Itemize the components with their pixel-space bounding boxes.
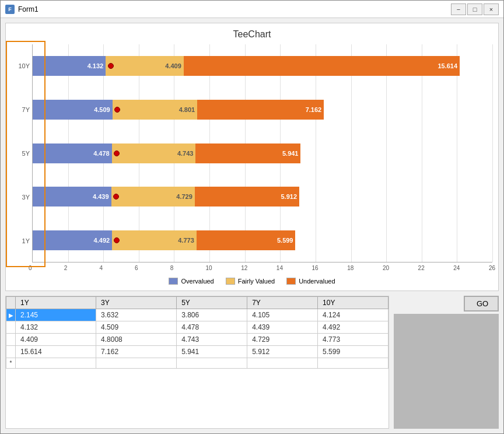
cell-1-0: 4.132	[16, 321, 96, 334]
table-row[interactable]: 4.4094.80084.7434.7294.773	[6, 334, 388, 346]
cell-2-0: 4.409	[16, 334, 96, 346]
header-10y: 10Y	[318, 297, 388, 309]
cell-0-3: 4.105	[247, 309, 318, 321]
bar-undervalued-5y: 5.941	[195, 144, 300, 163]
cell-4-4	[318, 358, 388, 369]
bar-undervalued-7y: 5.912	[195, 187, 299, 206]
cell-0-4: 4.124	[318, 309, 388, 321]
cell-2-1: 4.8008	[96, 334, 177, 346]
header-1y: 1Y	[16, 297, 96, 309]
table-row[interactable]: ▶2.1453.6323.8064.1054.124	[6, 309, 388, 321]
legend-fairly-valued-label: Fairly Valued	[238, 278, 275, 285]
cell-2-2: 4.743	[177, 334, 247, 346]
cell-1-4: 4.492	[318, 321, 388, 334]
chart-body: 1Y 3Y 5Y 7Y 10Y 4.4924.7735.5994.4394.72…	[12, 44, 492, 274]
legend-undervalued: Undervalued	[286, 278, 335, 285]
row-arrow	[6, 346, 16, 358]
legend-undervalued-label: Undervalued	[299, 278, 335, 285]
bar-undervalued-10y: 5.599	[197, 230, 296, 250]
table-header-row: 1Y 3Y 5Y 7Y 10Y	[6, 297, 388, 309]
cell-4-0	[16, 358, 96, 369]
close-button[interactable]: ×	[484, 4, 499, 15]
go-button[interactable]: GO	[464, 296, 499, 312]
legend-fairly-valued-box	[226, 278, 235, 285]
cell-4-2	[177, 358, 247, 369]
bar-row-3y: 4.5094.8017.162	[33, 97, 492, 123]
y-label-3y: 3Y	[12, 191, 30, 203]
x-tick-0: 0	[29, 265, 32, 271]
bar-row-1y: 4.1324.40915.614	[33, 53, 492, 79]
legend-overvalued: Overvalued	[169, 278, 214, 285]
chart-inner: 1Y 3Y 5Y 7Y 10Y 4.4924.7735.5994.4394.72…	[12, 44, 492, 262]
bar-overvalued-1y: 4.132	[33, 56, 106, 76]
bar-row-10y: 4.4924.7735.599	[33, 228, 492, 253]
data-table: 1Y 3Y 5Y 7Y 10Y ▶2.1453.6323.8064.1054.1…	[6, 296, 388, 369]
cell-1-2: 4.478	[177, 321, 247, 334]
bar-fairly-7y: 4.729	[111, 187, 195, 206]
main-window: F Form1 − □ × TeeChart 1Y 3Y 5Y 7Y 10Y	[0, 0, 504, 434]
legend-overvalued-label: Overvalued	[181, 278, 214, 285]
dot-marker-5y	[114, 150, 120, 156]
header-5y: 5Y	[177, 297, 247, 309]
cell-4-1	[96, 358, 177, 369]
minimize-button[interactable]: −	[451, 4, 466, 15]
x-tick-14: 14	[276, 265, 283, 271]
chart-title: TeeChart	[12, 29, 492, 40]
bar-row-7y: 4.4394.7295.912	[33, 184, 492, 209]
main-content: TeeChart 1Y 3Y 5Y 7Y 10Y 4.4924	[1, 18, 503, 433]
y-label-5y: 5Y	[12, 148, 30, 159]
bar-fairly-3y: 4.801	[113, 100, 198, 120]
chart-legend: Overvalued Fairly Valued Undervalued	[12, 278, 492, 285]
bars-container: 4.4924.7735.5994.4394.7295.9124.4784.743…	[32, 44, 492, 262]
table-body: ▶2.1453.6323.8064.1054.1244.1324.5094.47…	[6, 309, 388, 369]
app-icon: F	[5, 5, 15, 14]
x-tick-10: 10	[205, 265, 212, 271]
cell-3-1: 7.162	[96, 346, 177, 358]
maximize-button[interactable]: □	[467, 4, 482, 15]
x-tick-2: 2	[64, 265, 68, 271]
x-tick-22: 22	[418, 265, 425, 271]
x-tick-24: 24	[453, 265, 460, 271]
x-tick-8: 8	[170, 265, 174, 271]
cell-3-3: 5.912	[247, 346, 318, 358]
dot-marker-10y	[114, 237, 120, 243]
y-label-7y: 7Y	[12, 104, 30, 116]
window-title: Form1	[18, 5, 447, 13]
cell-0-2: 3.806	[177, 309, 247, 321]
cell-1-3: 4.439	[247, 321, 318, 334]
grid-line-26	[492, 44, 493, 262]
x-tick-6: 6	[135, 265, 138, 271]
table-row[interactable]: *	[6, 358, 388, 369]
x-tick-18: 18	[347, 265, 354, 271]
row-arrow: *	[6, 358, 16, 369]
x-tick-20: 20	[383, 265, 389, 271]
cell-3-2: 5.941	[177, 346, 247, 358]
x-tick-26: 26	[489, 265, 495, 271]
legend-fairly-valued: Fairly Valued	[226, 278, 275, 285]
dot-marker-7y	[113, 194, 119, 200]
chart-area: TeeChart 1Y 3Y 5Y 7Y 10Y 4.4924	[5, 23, 499, 291]
cell-4-3	[247, 358, 318, 369]
window-controls: − □ ×	[451, 4, 499, 15]
x-tick-12: 12	[241, 265, 247, 271]
bar-fairly-10y: 4.773	[112, 230, 197, 250]
x-axis: 02468101214161820222426	[32, 262, 492, 274]
bar-overvalued-10y: 4.492	[33, 230, 112, 250]
legend-undervalued-box	[286, 278, 296, 285]
cell-2-4: 4.773	[318, 334, 388, 346]
x-tick-4: 4	[99, 265, 103, 271]
cell-0-0: 2.145	[16, 309, 96, 321]
row-arrow: ▶	[6, 309, 16, 321]
header-arrow	[6, 297, 16, 309]
bar-overvalued-7y: 4.439	[33, 187, 111, 206]
gray-area	[394, 314, 499, 429]
title-bar: F Form1 − □ ×	[1, 1, 503, 18]
table-row[interactable]: 15.6147.1625.9415.9125.599	[6, 346, 388, 358]
header-3y: 3Y	[96, 297, 177, 309]
bar-row-5y: 4.4784.7435.941	[33, 141, 492, 166]
y-label-10y: 10Y	[12, 60, 30, 72]
table-row[interactable]: 4.1324.5094.4784.4394.492	[6, 321, 388, 334]
cell-3-0: 15.614	[16, 346, 96, 358]
cell-2-3: 4.729	[247, 334, 318, 346]
row-arrow	[6, 321, 16, 334]
